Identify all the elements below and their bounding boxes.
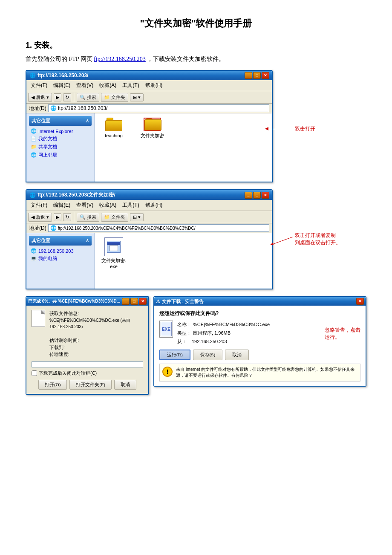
download-body: 获取文件信息: %CE|%FE%BCM%D3%C3%DC.exe (来自 192… — [26, 306, 148, 394]
explorer-window-1: 🌐 ftp://192.168.250.203/ _ □ ✕ 文件(F) 编辑(… — [26, 70, 273, 182]
sidebar-section-1: 其它位置 ∧ — [29, 116, 92, 126]
sec-type-label: 类型： — [177, 329, 191, 338]
sep-2 — [74, 212, 74, 222]
security-question: 您想运行或保存此文件吗? — [159, 310, 360, 317]
addressbar-2: 地址(D) 🌐 ftp://192.168.250.203/%CE%C4%BC%… — [26, 223, 272, 233]
mydocs-icon: 📄 — [31, 136, 37, 142]
ie-icon: 🌐 — [31, 128, 37, 134]
menu-file-2[interactable]: 文件(F) — [28, 201, 50, 210]
search-btn-2[interactable]: 🔍 搜索 — [77, 213, 99, 222]
dl-cancel-btn[interactable]: 取消 — [114, 380, 136, 390]
folder-jiami-label: 文件夹加密 — [141, 133, 164, 139]
close-checkbox[interactable] — [32, 370, 37, 376]
back-btn-1[interactable]: ◀ 后退 ▾ — [28, 93, 52, 102]
forward-btn-2[interactable]: ▶ — [54, 213, 61, 221]
window-icon-1: 🌐 — [29, 72, 36, 79]
view-btn-1[interactable]: ⊞ ▾ — [130, 93, 144, 101]
forward-btn-1[interactable]: ▶ — [54, 93, 61, 101]
server-icon: 🌐 — [31, 248, 37, 254]
folder-jiami[interactable]: 文件夹加密 — [137, 118, 167, 139]
sidebar-shared[interactable]: 📁 共享文档 — [29, 143, 92, 151]
addressbar-1: 地址(D) 🌐 ftp://192.168.250.203/ — [26, 104, 272, 113]
sec-close-btn[interactable]: ✕ — [356, 298, 364, 305]
main-area-2: 文件夹加密.exe — [95, 233, 272, 289]
refresh-btn-1[interactable]: ↻ — [63, 93, 71, 101]
folder-icon-2: 📁 — [104, 214, 110, 220]
address-box-2[interactable]: 🌐 ftp://192.168.250.203/%CE%C4%BC%FE%BC%… — [48, 224, 269, 232]
save-button[interactable]: 保存(S) — [193, 350, 222, 360]
menu-view-2[interactable]: 查看(V) — [74, 201, 96, 210]
address-box-1[interactable]: 🌐 ftp://192.168.250.203/ — [48, 104, 269, 112]
explorer-window-2: 🌐 ftp://192.168.250.203/文件夹加密/ _ □ ✕ 文件(… — [26, 189, 273, 289]
address-label-1: 地址(D) — [29, 105, 46, 112]
security-body: 您想运行或保存此文件吗? EXE 名称： %CE|%FE%BCM%D3%C3%D… — [154, 306, 366, 385]
sec-details: 名称： %CE|%FE%BCM%D3%C3%DC.exe 类型： 应用程序, 1… — [177, 321, 270, 346]
sidebar-ie[interactable]: 🌐 Internet Explorer — [29, 127, 92, 135]
sidebar-section-2: 其它位置 ∧ — [29, 236, 92, 246]
dl-max-btn[interactable]: □ — [130, 298, 138, 305]
menu-help-1[interactable]: 帮助(H) — [143, 81, 165, 90]
sec-type-value: 应用程序, 1.96MB — [193, 329, 231, 338]
menu-file-1[interactable]: 文件(F) — [28, 81, 50, 90]
folder-icon-1: 📁 — [104, 95, 110, 100]
progress-bar — [32, 361, 143, 367]
sidebar-mycomp[interactable]: 💻 我的电脑 — [29, 254, 92, 263]
maximize-btn-2[interactable]: □ — [253, 192, 261, 199]
section-1: 1. 安装。 首先登陆公司的 FTP 网页 ftp://192.168.250.… — [26, 40, 366, 64]
menu-tools-1[interactable]: 工具(T) — [120, 81, 141, 90]
menu-favs-2[interactable]: 收藏(A) — [97, 201, 119, 210]
minimize-btn-1[interactable]: _ — [245, 72, 252, 79]
window-icon-2: 🌐 — [29, 192, 36, 199]
page-title: "文件夹加密"软件使用手册 — [26, 17, 366, 30]
sidebar-network[interactable]: 🌐 网上邻居 — [29, 151, 92, 159]
run-button[interactable]: 运行(R) — [159, 350, 190, 360]
speed-label: 传输速度: — [49, 351, 143, 358]
back-icon-2: ◀ — [31, 214, 35, 220]
sidebar-1: 其它位置 ∧ 🌐 Internet Explorer 📄 我的文档 📁 共享文档… — [26, 113, 95, 182]
download-info: 获取文件信息: %CE|%FE%BCM%D3%C3%DC.exe (来自 192… — [49, 310, 143, 358]
cancel-button[interactable]: 取消 — [225, 350, 249, 360]
folders-btn-1[interactable]: 📁 文件夹 — [101, 93, 128, 102]
download-title-text: 已完成 0%。共 %CE|%FE%BCw%D3%C3%D... — [28, 298, 120, 304]
security-warning-window: ⚠ 文件下载 - 安全警告 ✕ 您想运行或保存此文件吗? EXE 名称： %CE… — [153, 296, 366, 386]
menu-edit-1[interactable]: 编辑(E) — [51, 81, 73, 90]
menu-help-2[interactable]: 帮助(H) — [143, 201, 165, 210]
file-exe-label: 文件夹加密.exe — [101, 258, 126, 269]
menu-favs-1[interactable]: 收藏(A) — [97, 81, 119, 90]
dl-min-btn[interactable]: _ — [122, 298, 130, 305]
sec-from-label: 从： — [177, 338, 190, 346]
ftp-link[interactable]: ftp://192.168.250.203 — [94, 56, 146, 62]
content-1: 其它位置 ∧ 🌐 Internet Explorer 📄 我的文档 📁 共享文档… — [26, 113, 272, 182]
callout-3: 忽略警告，点击 运行。 — [325, 327, 360, 340]
close-btn-1[interactable]: ✕ — [262, 72, 269, 79]
dl-close-btn[interactable]: ✕ — [139, 298, 147, 305]
close-btn-2[interactable]: ✕ — [262, 192, 269, 199]
maximize-btn-1[interactable]: □ — [253, 72, 261, 79]
sec-btn-row: 运行(R) 保存(S) 取消 — [159, 350, 360, 360]
network-icon: 🌐 — [31, 152, 37, 158]
download-titlebar: 已完成 0%。共 %CE|%FE%BCw%D3%C3%D... _ □ ✕ — [26, 297, 148, 306]
back-btn-2[interactable]: ◀ 后退 ▾ — [28, 213, 52, 222]
menu-edit-2[interactable]: 编辑(E) — [51, 201, 73, 210]
sec-name-value: %CE|%FE%BCM%D3%C3%DC.exe — [193, 321, 270, 329]
sidebar-ip[interactable]: 🌐 192.168.250.203 — [29, 247, 92, 254]
search-btn-1[interactable]: 🔍 搜索 — [77, 93, 99, 102]
minimize-btn-2[interactable]: _ — [245, 192, 252, 199]
dialogs-row: 已完成 0%。共 %CE|%FE%BCw%D3%C3%D... _ □ ✕ 获取… — [26, 296, 366, 395]
refresh-btn-2[interactable]: ↻ — [63, 213, 71, 221]
download-icon-row: 获取文件信息: %CE|%FE%BCM%D3%C3%DC.exe (来自 192… — [32, 310, 143, 358]
folder-teaching-label: teaching — [105, 133, 123, 139]
search-icon-2: 🔍 — [80, 214, 86, 220]
open-btn[interactable]: 打开(O) — [38, 380, 67, 390]
view-btn-2[interactable]: ⊞ ▾ — [130, 213, 144, 221]
sidebar-2: 其它位置 ∧ 🌐 192.168.250.203 💻 我的电脑 — [26, 233, 95, 289]
toolbar-1: ◀ 后退 ▾ ▶ ↻ 🔍 搜索 📁 文件夹 ⊞ ▾ — [26, 91, 272, 104]
open-folder-btn[interactable]: 打开文件夹(F) — [69, 380, 111, 390]
menu-view-1[interactable]: 查看(V) — [74, 81, 96, 90]
address-label-2: 地址(D) — [29, 225, 46, 232]
sidebar-mydocs[interactable]: 📄 我的文档 — [29, 135, 92, 143]
folders-btn-2[interactable]: 📁 文件夹 — [101, 213, 128, 222]
menu-tools-2[interactable]: 工具(T) — [120, 201, 141, 210]
folder-teaching[interactable]: teaching — [99, 118, 129, 139]
file-exe[interactable]: 文件夹加密.exe — [99, 237, 129, 269]
